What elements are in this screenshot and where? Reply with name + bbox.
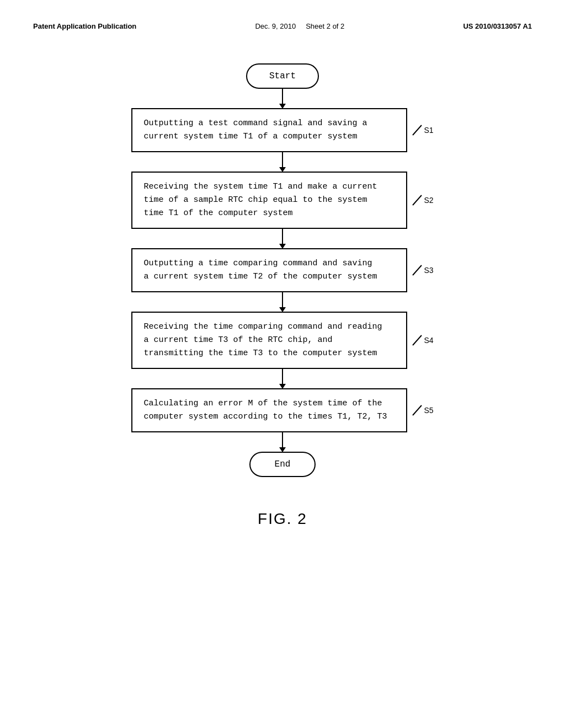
page: Patent Application Publication Dec. 9, 2…	[0, 0, 565, 728]
slash-icon-s3	[412, 264, 424, 276]
step-s2-id: S2	[424, 196, 433, 205]
svg-line-2	[413, 265, 422, 275]
step-s2-label: S2	[412, 194, 433, 206]
slash-icon-s4	[412, 334, 424, 346]
step-s1-text: Outputting a test command signal and sav…	[143, 119, 367, 141]
step-s5-text: Calculating an error M of the system tim…	[143, 399, 387, 421]
start-terminal: Start	[246, 63, 319, 89]
step-s3-box: Outputting a time comparing command and …	[131, 248, 407, 292]
step-s4-wrapper: Receiving the time comparing command and…	[131, 312, 433, 369]
step-s3-label: S3	[412, 264, 433, 276]
step-s1-wrapper: Outputting a test command signal and sav…	[131, 108, 433, 152]
svg-line-1	[413, 195, 422, 205]
fig-caption: FIG. 2	[33, 510, 532, 528]
arrow-2	[282, 152, 283, 172]
arrow-1	[282, 89, 283, 108]
step-s3-text: Outputting a time comparing command and …	[143, 259, 377, 281]
step-s5-label: S5	[412, 404, 433, 416]
header-left: Patent Application Publication	[33, 22, 136, 30]
step-s4-box: Receiving the time comparing command and…	[131, 312, 407, 369]
step-s3-id: S3	[424, 266, 433, 275]
step-s5-wrapper: Calculating an error M of the system tim…	[131, 388, 433, 432]
svg-line-0	[413, 125, 422, 135]
step-s4-text: Receiving the time comparing command and…	[143, 322, 382, 358]
end-terminal: End	[249, 452, 316, 477]
step-s1-label: S1	[412, 124, 433, 136]
header-sheet: Sheet 2 of 2	[306, 22, 344, 30]
step-s1-box: Outputting a test command signal and sav…	[131, 108, 407, 152]
svg-line-4	[413, 405, 422, 415]
slash-icon-s1	[412, 124, 424, 136]
arrow-3	[282, 229, 283, 248]
header-right: US 2010/0313057 A1	[463, 22, 532, 30]
arrow-6	[282, 432, 283, 452]
header-date: Dec. 9, 2010	[255, 22, 296, 30]
svg-line-3	[413, 335, 422, 345]
patent-header: Patent Application Publication Dec. 9, 2…	[33, 22, 532, 30]
step-s2-text: Receiving the system time T1 and make a …	[143, 182, 377, 218]
slash-icon-s5	[412, 404, 424, 416]
slash-icon-s2	[412, 194, 424, 206]
step-s4-id: S4	[424, 336, 433, 345]
step-s4-label: S4	[412, 334, 433, 346]
step-s5-box: Calculating an error M of the system tim…	[131, 388, 407, 432]
step-s2-wrapper: Receiving the system time T1 and make a …	[131, 172, 433, 229]
step-s2-box: Receiving the system time T1 and make a …	[131, 172, 407, 229]
header-center: Dec. 9, 2010 Sheet 2 of 2	[255, 22, 344, 30]
step-s3-wrapper: Outputting a time comparing command and …	[131, 248, 433, 292]
arrow-4	[282, 292, 283, 312]
arrow-5	[282, 369, 283, 388]
flowchart: Start Outputting a test command signal a…	[33, 63, 532, 477]
step-s5-id: S5	[424, 406, 433, 415]
step-s1-id: S1	[424, 126, 433, 135]
